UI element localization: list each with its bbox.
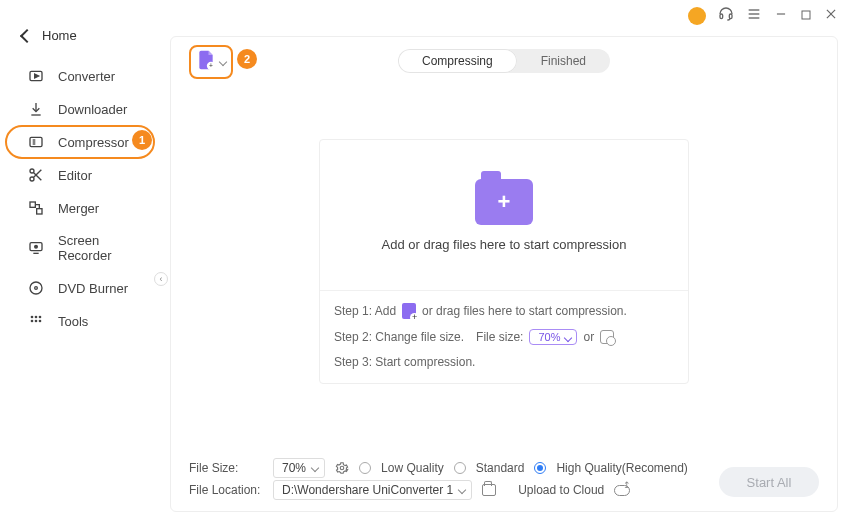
drop-zone[interactable]: Add or drag files here to start compress… <box>320 140 688 290</box>
quality-low-label[interactable]: Low Quality <box>381 461 444 475</box>
footer: File Size: 70% Low Quality Standard High… <box>189 457 819 503</box>
svg-point-24 <box>30 282 42 294</box>
add-file-icon: + <box>196 49 216 75</box>
sidebar-item-editor[interactable]: Editor <box>6 159 154 191</box>
home-label[interactable]: Home <box>42 28 77 43</box>
svg-point-26 <box>31 316 34 319</box>
quality-high-radio[interactable] <box>534 462 546 474</box>
svg-text:+: + <box>209 62 213 69</box>
cloud-upload-icon[interactable] <box>614 485 630 496</box>
svg-point-29 <box>31 320 34 323</box>
add-files-button[interactable]: + <box>189 45 233 79</box>
back-icon[interactable] <box>20 28 34 42</box>
merger-icon <box>28 200 44 216</box>
drop-headline: Add or drag files here to start compress… <box>382 237 627 252</box>
custom-size-icon[interactable] <box>600 330 614 344</box>
svg-point-30 <box>35 320 38 323</box>
user-avatar-icon[interactable] <box>688 7 706 25</box>
location-select[interactable]: D:\Wondershare UniConverter 1 <box>273 480 472 500</box>
svg-point-27 <box>35 316 38 319</box>
sidebar-collapse-handle[interactable]: ‹ <box>154 272 168 286</box>
step1-prefix: Step 1: Add <box>334 304 396 318</box>
tab-compressing[interactable]: Compressing <box>398 49 517 73</box>
sidebar-item-converter[interactable]: Converter <box>6 60 154 92</box>
step2-prefix: Step 2: Change file size. <box>334 330 464 344</box>
sidebar-item-label: Merger <box>58 201 99 216</box>
sidebar-item-merger[interactable]: Merger <box>6 192 154 224</box>
close-icon[interactable] <box>824 7 838 25</box>
quality-standard-radio[interactable] <box>454 462 466 474</box>
folder-plus-icon <box>475 179 533 225</box>
svg-rect-0 <box>720 14 723 19</box>
chevron-down-icon <box>219 58 227 66</box>
step2-or: or <box>583 330 594 344</box>
compressor-icon <box>28 134 44 150</box>
filesize-select[interactable]: 70% <box>273 458 325 478</box>
svg-point-15 <box>30 169 34 173</box>
svg-rect-1 <box>729 14 732 19</box>
svg-rect-20 <box>37 209 42 214</box>
converter-icon <box>28 68 44 84</box>
svg-rect-6 <box>802 11 810 19</box>
sidebar-item-label: Editor <box>58 168 92 183</box>
svg-point-25 <box>35 287 38 290</box>
callout-2: 2 <box>237 49 257 69</box>
minimize-icon[interactable] <box>774 7 788 25</box>
sidebar-item-label: Screen Recorder <box>58 233 140 263</box>
screen-recorder-icon <box>28 240 44 256</box>
start-all-button[interactable]: Start All <box>719 467 819 497</box>
support-icon[interactable] <box>718 6 734 26</box>
step2-filesize-label: File size: <box>476 330 523 344</box>
sidebar: Home Converter Downloader Compressor Edi… <box>0 0 160 522</box>
svg-marker-10 <box>35 74 39 78</box>
gear-icon[interactable] <box>335 461 349 475</box>
folder-icon[interactable] <box>482 484 496 496</box>
sidebar-item-tools[interactable]: Tools <box>6 305 154 337</box>
grid-icon <box>28 313 44 329</box>
filesize-label: File Size: <box>189 461 263 475</box>
drop-panel: Add or drag files here to start compress… <box>319 139 689 384</box>
tab-finished[interactable]: Finished <box>517 49 610 73</box>
maximize-icon[interactable] <box>800 7 812 25</box>
add-file-icon[interactable] <box>402 303 416 319</box>
quality-low-radio[interactable] <box>359 462 371 474</box>
menu-icon[interactable] <box>746 6 762 26</box>
sidebar-item-screen-recorder[interactable]: Screen Recorder <box>6 225 154 271</box>
quality-standard-label[interactable]: Standard <box>476 461 525 475</box>
step1-suffix: or drag files here to start compression. <box>422 304 627 318</box>
sidebar-item-downloader[interactable]: Downloader <box>6 93 154 125</box>
main-panel: + 2 Compressing Finished Add or drag fil… <box>170 36 838 512</box>
svg-point-34 <box>340 466 344 470</box>
disc-icon <box>28 280 44 296</box>
step3: Step 3: Start compression. <box>334 355 475 369</box>
sidebar-item-label: Converter <box>58 69 115 84</box>
svg-point-28 <box>39 316 42 319</box>
svg-point-31 <box>39 320 42 323</box>
sidebar-item-label: DVD Burner <box>58 281 128 296</box>
svg-point-22 <box>35 245 38 248</box>
upload-cloud-label[interactable]: Upload to Cloud <box>518 483 604 497</box>
scissors-icon <box>28 167 44 183</box>
svg-rect-11 <box>30 137 42 146</box>
svg-rect-19 <box>30 202 35 207</box>
location-label: File Location: <box>189 483 263 497</box>
sidebar-item-label: Tools <box>58 314 88 329</box>
steps-panel: Step 1: Add or drag files here to start … <box>320 290 688 383</box>
svg-point-16 <box>30 177 34 181</box>
status-tabs: Compressing Finished <box>398 49 610 73</box>
callout-1: 1 <box>132 130 152 150</box>
filesize-percent-select[interactable]: 70% <box>529 329 577 345</box>
sidebar-item-label: Compressor <box>58 135 129 150</box>
quality-high-label[interactable]: High Quality(Recomend) <box>556 461 687 475</box>
download-icon <box>28 101 44 117</box>
sidebar-item-dvd-burner[interactable]: DVD Burner <box>6 272 154 304</box>
sidebar-item-label: Downloader <box>58 102 127 117</box>
